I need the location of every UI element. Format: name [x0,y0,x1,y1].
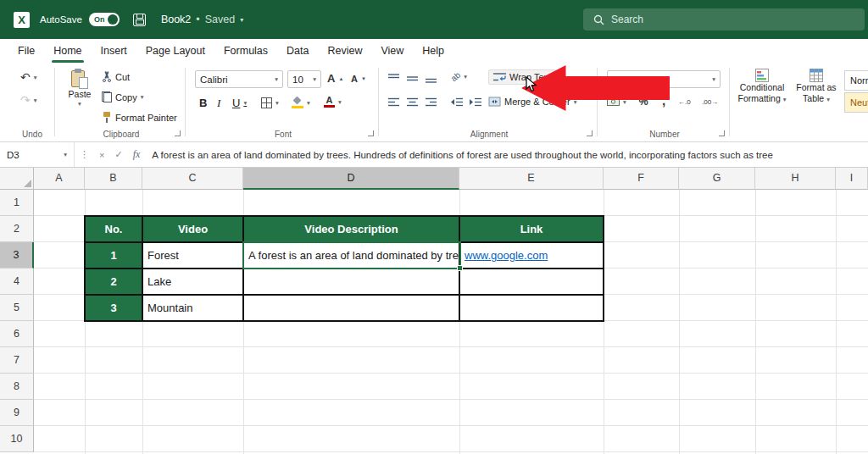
increase-font-button[interactable]: A▲ [327,72,343,85]
cell-c3[interactable]: Forest [142,242,243,269]
borders-button[interactable]: ▾ [261,97,279,108]
decrease-font-button[interactable]: A▼ [351,74,366,84]
table-header-description[interactable]: Video Description [243,216,459,242]
decrease-decimal-button[interactable]: .00→ [702,98,718,106]
cell-b5[interactable]: 3 [85,295,142,321]
align-right-button[interactable] [426,97,437,107]
alignment-dialog-launcher-icon[interactable] [587,130,593,136]
excel-logo-icon[interactable]: X [14,12,30,28]
search-box[interactable]: Search [583,8,865,30]
center-button[interactable] [407,97,418,107]
column-header-b[interactable]: B [85,168,142,190]
undo-button[interactable]: ↶▾ [20,70,37,84]
paste-button[interactable]: Paste ▾ [63,69,97,108]
row-header-6[interactable]: 6 [0,321,34,347]
row-header-4[interactable]: 4 [0,269,34,295]
tab-file[interactable]: File [8,39,44,63]
cut-button[interactable]: Cut [102,71,130,82]
row-header-8[interactable]: 8 [0,374,34,400]
group-divider [54,68,55,136]
chevron-down-icon: ▾ [34,74,37,81]
hyperlink[interactable]: www.google.com [465,249,548,262]
select-all-corner[interactable] [0,168,34,190]
table-header-no[interactable]: No. [85,216,142,242]
font-color-button[interactable]: A▾ [324,96,342,108]
autosave-toggle[interactable]: On [89,13,120,26]
row-header-3[interactable]: 3 [0,242,34,269]
top-align-button[interactable] [388,74,399,83]
tab-help[interactable]: Help [413,39,453,63]
decrease-indent-button[interactable] [451,97,463,107]
cell-c4[interactable]: Lake [142,269,243,295]
increase-decimal-button[interactable]: ←.0 [678,98,691,106]
cell-b4[interactable]: 2 [85,269,142,295]
fill-color-button[interactable]: ▾ [292,97,310,108]
column-header-e[interactable]: E [459,168,604,190]
font-size-combo[interactable]: 10 ▾ [287,70,321,88]
save-icon[interactable] [133,14,146,26]
confirm-entry-icon[interactable]: ✓ [109,149,127,160]
column-header-h[interactable]: H [755,168,836,190]
redo-button[interactable]: ↷▾ [20,93,37,107]
format-painter-button[interactable]: Format Painter [102,112,177,123]
bottom-align-button[interactable] [426,74,437,83]
style-neutral-label: Neutral [850,97,868,108]
row-header-10[interactable]: 10 [0,426,34,452]
orientation-button[interactable]: ab▾ [451,72,467,81]
row-header-1[interactable]: 1 [0,190,34,216]
formula-input[interactable]: A forest is an area of land dominated by… [145,150,868,160]
chevron-down-icon: ▾ [243,99,247,107]
cell-style-normal[interactable]: Normal [844,70,868,91]
name-box[interactable]: D3 ▾ [0,142,75,167]
cell-d3-active[interactable]: A forest is an area of land dominated by… [243,242,459,269]
table-header-link[interactable]: Link [459,216,604,242]
clipboard-dialog-launcher-icon[interactable] [175,130,181,136]
cell-e5[interactable] [459,295,604,321]
cell-b3[interactable]: 1 [85,242,142,269]
font-dialog-launcher-icon[interactable] [368,130,374,136]
search-icon [593,14,604,25]
number-dialog-launcher-icon[interactable] [719,130,725,136]
increase-indent-button[interactable] [470,97,481,107]
cell-e4[interactable] [459,269,604,295]
column-header-g[interactable]: G [679,168,755,190]
underline-button[interactable]: U▾ [232,97,247,109]
tab-review[interactable]: Review [318,39,371,63]
tab-home[interactable]: Home [44,39,91,63]
column-header-d[interactable]: D [243,168,459,190]
middle-align-button[interactable] [407,74,418,83]
column-header-a[interactable]: A [34,168,85,190]
cell-style-neutral[interactable]: Neutral [844,92,868,113]
cell-d5[interactable] [243,295,459,321]
cell-d4[interactable] [243,269,459,295]
conditional-formatting-button[interactable]: Conditional Formatting ▾ [734,69,790,104]
column-header-f[interactable]: F [604,168,679,190]
column-header-i[interactable]: I [836,168,868,190]
tab-view[interactable]: View [371,39,413,63]
row-header-9[interactable]: 9 [0,400,34,426]
tab-page-layout[interactable]: Page Layout [136,39,214,63]
cell-c5[interactable]: Mountain [142,295,243,321]
tab-formulas[interactable]: Formulas [214,39,277,63]
insert-function-icon[interactable]: fx [128,148,146,161]
cancel-entry-icon[interactable]: × [94,150,109,160]
italic-button[interactable]: I [217,97,220,110]
font-name-combo[interactable]: Calibri ▾ [195,70,283,88]
autosave-state: On [94,15,105,24]
row-header-2[interactable]: 2 [0,216,34,242]
tab-data[interactable]: Data [277,39,318,63]
format-as-table-button[interactable]: Format as Table ▾ [792,69,841,104]
copy-button[interactable]: Copy ▾ [102,91,143,102]
column-header-c[interactable]: C [142,168,243,190]
row-header-7[interactable]: 7 [0,347,34,374]
bold-label: B [199,97,207,109]
bold-button[interactable]: B [199,97,207,109]
row-header-5[interactable]: 5 [0,295,34,321]
workbook-title[interactable]: Book2 • Saved ▾ [161,14,243,25]
align-left-button[interactable] [388,97,399,107]
name-box-splitter-icon[interactable]: ⋮ [75,149,94,160]
autosave-label: AutoSave [40,14,82,25]
table-header-video[interactable]: Video [142,216,243,242]
tab-insert[interactable]: Insert [92,39,136,63]
gridline [755,190,756,454]
